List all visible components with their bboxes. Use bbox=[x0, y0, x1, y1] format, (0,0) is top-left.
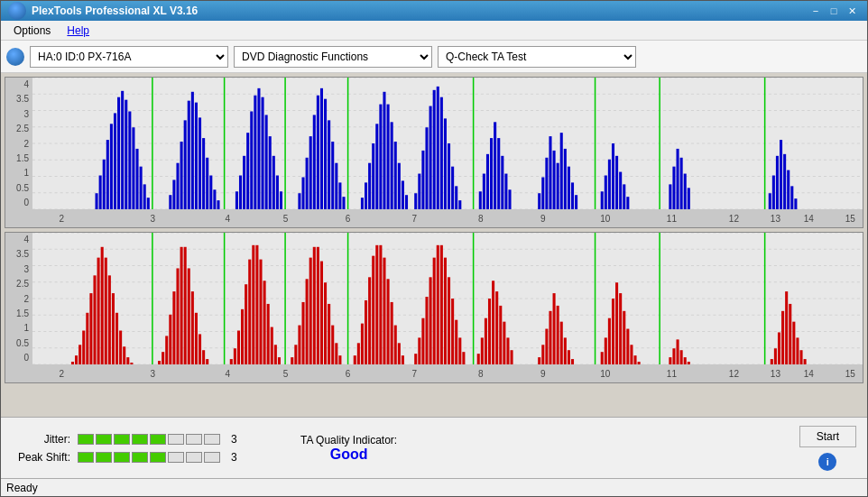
svg-rect-43 bbox=[246, 133, 249, 209]
svg-rect-36 bbox=[209, 176, 212, 209]
x-label: 2 bbox=[59, 369, 64, 379]
x-label: 13 bbox=[771, 369, 780, 379]
toolbar: HA:0 ID:0 PX-716A DVD Diagnostic Functio… bbox=[1, 41, 867, 73]
meter-seg bbox=[168, 434, 184, 445]
title-bar-controls: − □ ✕ bbox=[808, 4, 860, 18]
y-label: 2.5 bbox=[16, 124, 29, 133]
meter-seg bbox=[150, 434, 166, 445]
svg-rect-227 bbox=[418, 337, 420, 364]
svg-rect-52 bbox=[280, 191, 282, 209]
svg-rect-131 bbox=[769, 193, 771, 209]
top-chart-y-axis: 4 3.5 3 2.5 2 1.5 1 0.5 0 bbox=[5, 78, 32, 209]
svg-rect-174 bbox=[184, 247, 187, 364]
svg-rect-93 bbox=[458, 200, 461, 209]
minimize-button[interactable]: − bbox=[808, 4, 824, 18]
test-select[interactable]: Q-Check TA Test bbox=[438, 46, 636, 68]
svg-rect-28 bbox=[180, 142, 183, 209]
svg-rect-86 bbox=[433, 90, 436, 209]
svg-rect-257 bbox=[560, 322, 563, 364]
close-button[interactable]: ✕ bbox=[844, 4, 860, 18]
svg-rect-228 bbox=[421, 318, 424, 364]
y-label: 2 bbox=[23, 139, 29, 149]
svg-rect-230 bbox=[429, 277, 432, 364]
app-window: PlexTools Professional XL V3.16 − □ ✕ Op… bbox=[0, 0, 868, 497]
svg-rect-206 bbox=[324, 282, 327, 364]
svg-rect-81 bbox=[414, 193, 417, 209]
svg-rect-156 bbox=[97, 258, 100, 364]
svg-rect-12 bbox=[106, 140, 109, 209]
svg-rect-154 bbox=[89, 293, 92, 364]
svg-rect-107 bbox=[549, 136, 551, 209]
svg-rect-187 bbox=[248, 260, 251, 364]
svg-rect-209 bbox=[335, 343, 337, 364]
svg-rect-276 bbox=[677, 339, 679, 364]
y-label: 0 bbox=[23, 353, 29, 363]
svg-rect-11 bbox=[103, 160, 106, 209]
svg-rect-29 bbox=[184, 120, 187, 209]
top-chart-x-axis: 2 3 4 5 6 7 8 9 10 11 12 13 14 15 bbox=[32, 209, 863, 227]
y-label: 0 bbox=[23, 198, 29, 207]
svg-rect-164 bbox=[126, 357, 129, 364]
ta-quality-label: TA Quality Indicator: bbox=[300, 434, 397, 446]
top-chart-svg bbox=[32, 78, 863, 209]
start-button[interactable]: Start bbox=[799, 426, 856, 447]
svg-rect-232 bbox=[437, 245, 439, 364]
x-label: 8 bbox=[478, 214, 484, 224]
svg-rect-268 bbox=[623, 311, 625, 364]
svg-rect-234 bbox=[444, 258, 447, 364]
x-label: 10 bbox=[600, 369, 610, 379]
svg-rect-90 bbox=[448, 143, 450, 209]
svg-rect-282 bbox=[778, 332, 780, 364]
svg-rect-82 bbox=[418, 174, 420, 209]
svg-rect-47 bbox=[262, 97, 264, 209]
svg-rect-212 bbox=[354, 355, 356, 364]
svg-rect-256 bbox=[557, 306, 559, 364]
svg-rect-204 bbox=[317, 247, 319, 364]
svg-rect-49 bbox=[269, 136, 272, 209]
peakshift-label: Peak Shift: bbox=[12, 451, 70, 464]
x-label: 2 bbox=[59, 214, 64, 224]
app-title: PlexTools Professional XL V3.16 bbox=[32, 5, 198, 17]
svg-rect-112 bbox=[568, 167, 570, 209]
meter-seg bbox=[96, 452, 112, 463]
svg-rect-233 bbox=[440, 245, 443, 364]
menu-help[interactable]: Help bbox=[60, 23, 97, 39]
svg-rect-225 bbox=[402, 355, 404, 364]
svg-rect-105 bbox=[541, 177, 544, 209]
svg-rect-229 bbox=[425, 297, 428, 364]
svg-rect-137 bbox=[790, 186, 793, 209]
svg-rect-104 bbox=[538, 193, 540, 209]
svg-rect-265 bbox=[612, 299, 614, 364]
svg-rect-21 bbox=[140, 167, 143, 209]
svg-rect-194 bbox=[274, 345, 277, 364]
svg-rect-286 bbox=[792, 322, 795, 364]
svg-rect-78 bbox=[398, 163, 401, 209]
svg-rect-262 bbox=[601, 352, 604, 364]
svg-rect-26 bbox=[172, 179, 175, 209]
svg-rect-14 bbox=[114, 113, 116, 209]
y-label: 4 bbox=[23, 79, 29, 89]
svg-rect-214 bbox=[361, 324, 364, 364]
svg-rect-69 bbox=[365, 182, 367, 209]
function-select[interactable]: DVD Diagnostic Functions bbox=[234, 46, 432, 68]
svg-rect-138 bbox=[794, 198, 797, 209]
svg-rect-176 bbox=[191, 291, 194, 364]
start-button-area: Start i bbox=[799, 426, 856, 471]
x-label: 9 bbox=[540, 369, 546, 379]
svg-rect-25 bbox=[169, 195, 171, 209]
svg-rect-244 bbox=[488, 299, 491, 364]
svg-rect-288 bbox=[799, 350, 802, 364]
x-label: 6 bbox=[346, 214, 351, 224]
svg-rect-136 bbox=[787, 170, 790, 209]
y-label: 3 bbox=[23, 264, 29, 274]
svg-rect-57 bbox=[309, 136, 312, 209]
maximize-button[interactable]: □ bbox=[826, 4, 842, 18]
svg-rect-216 bbox=[368, 277, 371, 364]
svg-rect-159 bbox=[108, 275, 111, 364]
info-icon[interactable]: i bbox=[818, 453, 836, 471]
ta-quality-value: Good bbox=[330, 446, 368, 463]
device-select[interactable]: HA:0 ID:0 PX-716A bbox=[30, 46, 228, 68]
menu-options[interactable]: Options bbox=[6, 23, 58, 39]
svg-rect-153 bbox=[86, 313, 88, 364]
svg-rect-64 bbox=[335, 163, 337, 209]
